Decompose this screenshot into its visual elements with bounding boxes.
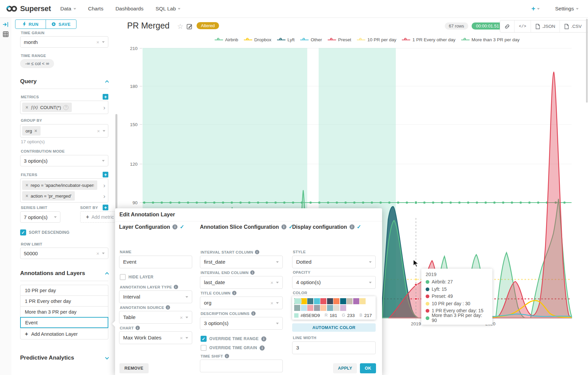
opacity-select[interactable]: 4 option(s) bbox=[292, 276, 376, 289]
clear-icon[interactable]: × bbox=[270, 300, 273, 306]
info-icon[interactable] bbox=[255, 250, 259, 254]
info-icon[interactable] bbox=[232, 291, 236, 295]
clear-icon[interactable]: × bbox=[270, 280, 273, 285]
b-value[interactable]: 217 bbox=[364, 313, 372, 318]
legend-item[interactable]: Other bbox=[300, 37, 322, 42]
clear-icon[interactable]: × bbox=[97, 128, 100, 134]
color-swatch[interactable] bbox=[307, 305, 313, 311]
info-icon[interactable] bbox=[350, 224, 355, 229]
color-swatch[interactable] bbox=[346, 298, 353, 304]
color-swatch[interactable] bbox=[314, 305, 320, 311]
settings-menu[interactable]: Settings bbox=[555, 6, 579, 12]
filter-token[interactable]: × repo = 'apache/incubator-supers... bbox=[22, 180, 97, 190]
clear-icon[interactable]: × bbox=[96, 251, 99, 256]
save-button[interactable]: SAVE bbox=[46, 20, 76, 29]
group-by-token[interactable]: org × bbox=[22, 126, 41, 136]
color-swatch[interactable] bbox=[327, 305, 333, 311]
clear-icon[interactable]: × bbox=[180, 335, 183, 341]
filters-control[interactable]: × repo = 'apache/incubator-supers... › ×… bbox=[20, 178, 108, 203]
color-swatch[interactable] bbox=[301, 305, 307, 311]
color-swatch[interactable] bbox=[294, 305, 300, 311]
info-icon[interactable] bbox=[225, 354, 229, 358]
legend-item[interactable]: Preset bbox=[328, 37, 351, 42]
remove-icon[interactable]: × bbox=[35, 128, 37, 133]
hide-layer-row[interactable]: HIDE LAYER bbox=[120, 274, 154, 280]
info-icon[interactable] bbox=[172, 224, 177, 229]
predictive-section-header[interactable]: Predictive Analytics bbox=[20, 355, 108, 361]
clear-icon[interactable]: × bbox=[180, 315, 183, 320]
collapse-panel-icon[interactable] bbox=[3, 21, 9, 28]
checkbox-unchecked-icon[interactable] bbox=[201, 345, 207, 351]
clear-icon[interactable]: × bbox=[96, 39, 99, 45]
automatic-color-button[interactable]: AUTOMATIC COLOR bbox=[292, 323, 376, 332]
filter-token[interactable]: × action = 'pr_merged' bbox=[22, 191, 75, 201]
metrics-control[interactable]: × ƒ(x) COUNT(*) ? › bbox=[20, 101, 108, 114]
query-section-header[interactable]: Query bbox=[20, 78, 108, 85]
contribution-mode-select[interactable]: 3 option(s) bbox=[20, 155, 108, 166]
override-time-grain-row[interactable]: OVERRIDE TIME GRAIN bbox=[201, 345, 265, 351]
interval-start-select[interactable]: first_date bbox=[200, 256, 283, 268]
chevron-right-icon[interactable]: › bbox=[103, 182, 105, 189]
add-sort-metric-button[interactable]: + bbox=[103, 205, 108, 210]
legend-item[interactable]: Lyft bbox=[277, 37, 295, 42]
add-metric-button[interactable]: + bbox=[103, 94, 108, 100]
time-range-pill[interactable]: -∞ ≤ col < ∞ bbox=[20, 59, 54, 68]
new-button[interactable]: + bbox=[531, 5, 540, 13]
group-by-control[interactable]: org × × bbox=[20, 124, 108, 138]
remove-icon[interactable]: × bbox=[25, 193, 28, 199]
row-limit-select[interactable]: 50000 × bbox=[20, 248, 108, 259]
legend-item[interactable]: Airbnb bbox=[215, 37, 238, 42]
hex-value[interactable]: #B5E9D9 bbox=[301, 313, 320, 318]
description-columns-select[interactable]: 3 option(s) bbox=[200, 317, 283, 330]
color-swatch[interactable] bbox=[340, 305, 346, 311]
color-swatch[interactable] bbox=[327, 298, 333, 304]
edit-icon[interactable] bbox=[186, 23, 193, 30]
legend-item[interactable]: More than 3 PR per day bbox=[461, 37, 520, 42]
nav-sql-lab[interactable]: SQL Lab bbox=[156, 6, 181, 12]
color-swatch[interactable] bbox=[314, 298, 320, 304]
info-icon[interactable] bbox=[166, 305, 170, 310]
annotation-layer-item[interactable]: 1 PR Every other day bbox=[20, 296, 108, 307]
annotation-source-select[interactable]: Table × bbox=[119, 311, 192, 324]
interval-end-select[interactable]: last_date × bbox=[200, 276, 283, 289]
embed-code-button[interactable]: </> bbox=[515, 20, 531, 32]
chart-select[interactable]: Max Work Dates × bbox=[119, 331, 192, 344]
checkbox-unchecked-icon[interactable] bbox=[120, 274, 126, 280]
checkbox-checked-icon[interactable]: ✓ bbox=[20, 229, 26, 235]
info-icon[interactable] bbox=[250, 270, 255, 275]
metric-token[interactable]: × ƒ(x) COUNT(*) ? bbox=[22, 103, 72, 112]
color-swatch[interactable] bbox=[340, 298, 346, 304]
remove-icon[interactable]: × bbox=[25, 105, 28, 110]
legend-item[interactable]: Dropbox bbox=[244, 37, 271, 42]
annotations-section-header[interactable]: Annotations and Layers bbox=[20, 270, 108, 277]
altered-badge[interactable]: Altered bbox=[197, 22, 219, 29]
color-swatch[interactable] bbox=[301, 298, 307, 304]
line-width-input[interactable] bbox=[292, 341, 376, 354]
nav-data[interactable]: Data bbox=[60, 6, 76, 12]
export-json-button[interactable]: .JSON bbox=[531, 20, 560, 32]
time-shift-input[interactable] bbox=[200, 360, 283, 372]
title-column-select[interactable]: org × bbox=[200, 297, 283, 309]
checkbox-checked-icon[interactable]: ✓ bbox=[201, 336, 207, 342]
add-filter-button[interactable]: + bbox=[103, 172, 108, 177]
favorite-star-icon[interactable]: ☆ bbox=[177, 22, 183, 31]
apply-button[interactable]: APPLY bbox=[333, 363, 357, 373]
add-annotation-layer-button[interactable]: +Add Annotation Layer bbox=[20, 328, 108, 339]
info-icon[interactable] bbox=[174, 285, 178, 289]
sort-descending-row[interactable]: ✓ SORT DESCENDING bbox=[20, 229, 69, 235]
remove-button[interactable]: REMOVE bbox=[119, 363, 149, 373]
color-swatch[interactable] bbox=[360, 298, 366, 304]
sort-by-add-metric[interactable]: +Add metric bbox=[80, 211, 120, 223]
color-swatch[interactable] bbox=[333, 298, 339, 304]
chevron-right-icon[interactable]: › bbox=[103, 193, 105, 199]
color-swatch[interactable] bbox=[307, 298, 313, 304]
ok-button[interactable]: OK bbox=[360, 363, 376, 373]
legend-item[interactable]: 1 PR Every other day bbox=[402, 37, 455, 42]
superset-logo[interactable]: Superset bbox=[6, 4, 51, 13]
page-scrollbar[interactable] bbox=[586, 19, 588, 103]
color-swatch[interactable] bbox=[333, 305, 339, 311]
run-button[interactable]: RUN bbox=[15, 20, 46, 29]
color-swatch[interactable] bbox=[320, 305, 326, 311]
nav-charts[interactable]: Charts bbox=[88, 6, 104, 12]
color-swatch[interactable] bbox=[320, 298, 326, 304]
